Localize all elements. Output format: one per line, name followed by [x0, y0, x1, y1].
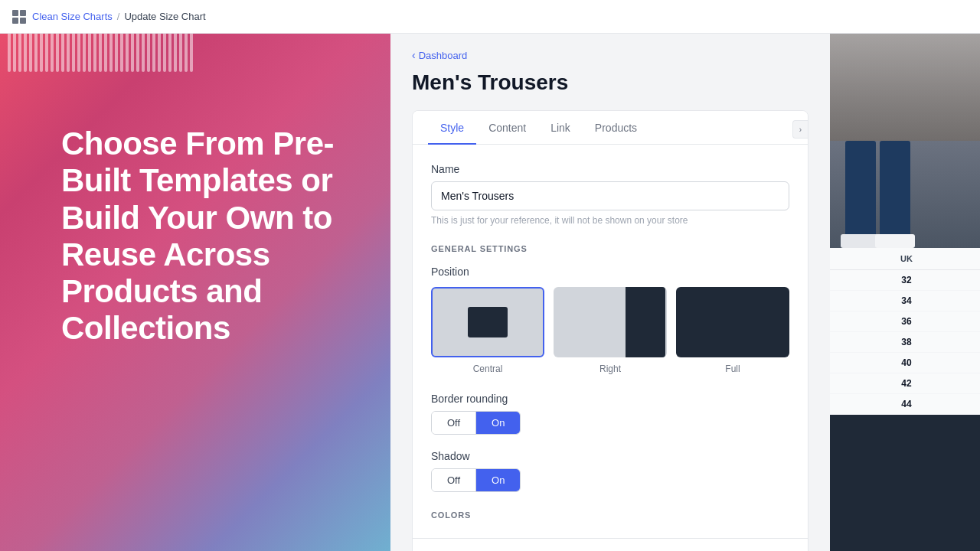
position-option-central[interactable]: Central	[431, 287, 544, 374]
colors-section-header: COLORS	[431, 510, 789, 520]
back-link-label: Dashboard	[419, 50, 468, 61]
preview-table-row: 36	[830, 311, 980, 332]
tab-products[interactable]: Products	[583, 111, 649, 145]
shadow-toggle: Off On	[431, 468, 521, 492]
border-rounding-on[interactable]: On	[476, 412, 520, 434]
back-link[interactable]: ‹ Dashboard	[412, 49, 808, 61]
right-side: ‹ Dashboard Men's Trousers Style Content…	[390, 34, 980, 551]
card-footer: Save as Draft ▾	[413, 538, 808, 551]
preview-table-cell: 44	[830, 394, 980, 414]
position-right-inner	[626, 287, 665, 357]
name-input[interactable]	[431, 181, 789, 210]
preview-table-row: 32	[830, 270, 980, 291]
name-label: Name	[431, 163, 789, 175]
position-option-right[interactable]: Right	[554, 287, 667, 374]
shadow-label: Shadow	[431, 450, 789, 462]
tab-content[interactable]: Content	[476, 111, 538, 145]
preview-table-row: 40	[830, 353, 980, 373]
collapse-handle[interactable]: ›	[792, 120, 808, 139]
shadow-off[interactable]: Off	[432, 469, 475, 491]
preview-table-row: 42	[830, 373, 980, 394]
position-box-right[interactable]	[554, 287, 667, 357]
border-rounding-off[interactable]: Off	[432, 412, 475, 434]
main-layout: Choose From Pre-Built Templates or Build…	[0, 34, 980, 551]
preview-table-body: 32343638404244	[830, 270, 980, 415]
position-central-label: Central	[473, 364, 503, 374]
tab-style[interactable]: Style	[428, 111, 476, 145]
name-hint: This is just for your reference, it will…	[431, 215, 789, 226]
position-central-inner	[468, 307, 508, 337]
tab-link[interactable]: Link	[538, 111, 583, 145]
page-title: Men's Trousers	[412, 70, 808, 95]
position-full-label: Full	[725, 364, 740, 374]
preview-table-cell: 40	[830, 353, 980, 373]
card-body: Name This is just for your reference, it…	[413, 145, 808, 538]
top-bar: Clean Size Charts / Update Size Chart	[0, 0, 980, 34]
app-icon	[12, 10, 26, 24]
border-rounding-label: Border rounding	[431, 393, 789, 405]
breadcrumb-current-page: Update Size Chart	[124, 11, 205, 22]
position-options: Central Right Full	[431, 287, 789, 374]
preview-table-header-uk: UK	[830, 248, 980, 269]
left-headline: Choose From Pre-Built Templates or Build…	[61, 126, 345, 347]
preview-table-row: 44	[830, 394, 980, 415]
preview-table-cell: 42	[830, 373, 980, 393]
shadow-on[interactable]: On	[476, 469, 520, 491]
position-box-full[interactable]	[676, 287, 789, 357]
settings-card: Style Content Link Products › Name This …	[412, 110, 808, 551]
position-label: Position	[431, 266, 789, 278]
left-panel: Choose From Pre-Built Templates or Build…	[0, 34, 390, 551]
general-settings-header: GENERAL SETTINGS	[431, 244, 789, 253]
position-right-label: Right	[599, 364, 621, 374]
preview-table-row: 34	[830, 291, 980, 311]
preview-table-cell: 36	[830, 311, 980, 331]
preview-table-cell: 32	[830, 270, 980, 290]
preview-table: UK 32343638404244	[830, 248, 980, 415]
preview-table-cell: 38	[830, 332, 980, 352]
border-rounding-toggle: Off On	[431, 411, 521, 435]
breadcrumb-separator: /	[117, 11, 120, 22]
content-area: ‹ Dashboard Men's Trousers Style Content…	[390, 34, 830, 551]
preview-table-row: 38	[830, 332, 980, 353]
position-box-central[interactable]	[431, 287, 544, 357]
tabs-bar: Style Content Link Products	[413, 111, 808, 145]
position-option-full[interactable]: Full	[676, 287, 789, 374]
breadcrumb-app[interactable]: Clean Size Charts	[32, 11, 113, 22]
preview-table-cell: 34	[830, 291, 980, 311]
preview-panel: UK 32343638404244	[830, 34, 980, 551]
breadcrumb: Clean Size Charts / Update Size Chart	[32, 11, 206, 22]
preview-image-area	[830, 34, 980, 248]
preview-table-header: UK	[830, 248, 980, 270]
back-chevron-icon: ‹	[412, 49, 416, 61]
left-content: Choose From Pre-Built Templates or Build…	[0, 34, 390, 378]
